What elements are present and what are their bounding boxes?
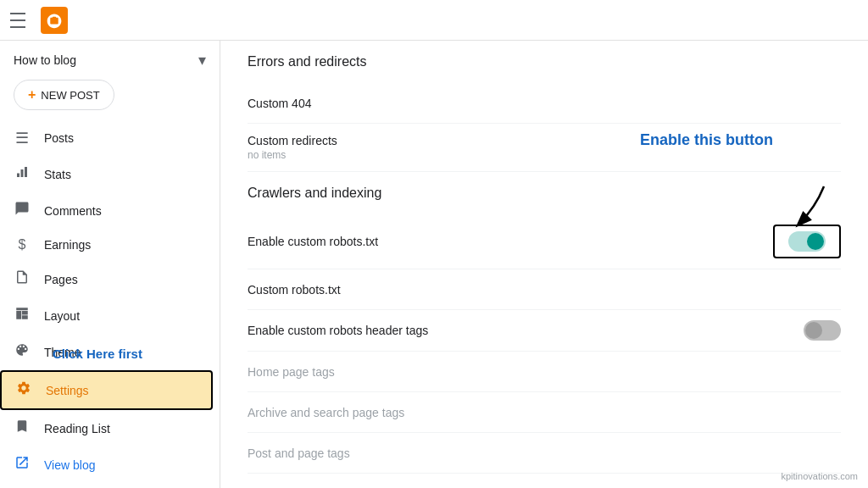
enable-robots-txt-row: Enable custom robots.txt Enable this but… — [248, 214, 841, 269]
chevron-down-icon[interactable]: ▾ — [198, 51, 206, 69]
new-post-label: NEW POST — [41, 89, 99, 102]
content-inner: Errors and redirects Custom 404 Custom r… — [220, 41, 868, 488]
menu-icon[interactable] — [10, 10, 31, 30]
sidebar-item-comments[interactable]: Comments — [0, 192, 213, 229]
sidebar-item-label: Posts — [44, 131, 74, 145]
custom-redirects-label: Custom redirects — [248, 134, 337, 147]
sidebar-item-label: Reading List — [44, 422, 110, 435]
theme-icon — [14, 342, 31, 362]
toggle-thumb — [807, 233, 824, 250]
sidebar-item-settings[interactable]: Settings — [0, 370, 213, 410]
blog-selector[interactable]: How to blog ▾ — [0, 41, 220, 76]
enable-robots-txt-toggle[interactable] — [788, 231, 826, 252]
custom-404-label: Custom 404 — [248, 97, 311, 110]
sidebar-item-label: View blog — [44, 458, 95, 472]
errors-redirects-title: Errors and redirects — [248, 54, 841, 69]
sidebar-item-label: Earnings — [44, 238, 91, 252]
sidebar-item-label: Comments — [44, 204, 102, 218]
custom-robots-txt-row[interactable]: Custom robots.txt — [248, 269, 841, 310]
sidebar-item-label: Layout — [44, 309, 80, 323]
sidebar-item-earnings[interactable]: $ Earnings — [0, 229, 213, 261]
reading-list-icon — [14, 419, 31, 438]
svg-rect-0 — [17, 174, 19, 178]
main-layout: How to blog ▾ + NEW POST ☰ Posts Stats C… — [0, 41, 868, 488]
home-page-tags-label: Home page tags — [248, 365, 335, 379]
no-items-label: no items — [248, 149, 337, 161]
stats-icon — [14, 164, 31, 184]
svg-rect-2 — [25, 167, 27, 177]
enable-annotation: Enable this button — [640, 131, 773, 149]
plus-icon: + — [28, 87, 36, 103]
toggle-thumb — [805, 322, 822, 339]
comments-icon — [14, 201, 31, 220]
pages-icon — [14, 269, 31, 289]
blogger-logo — [41, 7, 68, 34]
google-search-console-row[interactable]: Google Search Console — [248, 474, 841, 488]
sidebar: How to blog ▾ + NEW POST ☰ Posts Stats C… — [0, 41, 220, 488]
sidebar-item-view-blog[interactable]: View blog — [0, 446, 213, 483]
new-post-button[interactable]: + NEW POST — [14, 80, 114, 110]
layout-icon — [14, 306, 31, 325]
post-page-tags-label: Post and page tags — [248, 446, 350, 460]
blog-title: How to blog — [14, 53, 192, 67]
settings-icon — [15, 380, 32, 400]
sidebar-item-label: Theme — [44, 346, 81, 359]
sidebar-item-label: Stats — [44, 168, 71, 181]
enable-robots-header-label: Enable custom robots header tags — [248, 324, 428, 337]
posts-icon: ☰ — [14, 129, 31, 147]
custom-404-row[interactable]: Custom 404 — [248, 83, 841, 124]
sidebar-item-theme[interactable]: Theme — [0, 334, 213, 370]
top-bar — [0, 0, 868, 41]
sidebar-item-posts[interactable]: ☰ Posts — [0, 120, 213, 156]
archive-search-page-tags-label: Archive and search page tags — [248, 406, 404, 419]
sidebar-item-label: Pages — [44, 273, 78, 286]
custom-robots-txt-label: Custom robots.txt — [248, 283, 341, 297]
svg-rect-1 — [21, 169, 24, 177]
watermark: kpitinovations.com — [782, 471, 859, 481]
blogger-logo-svg — [46, 12, 63, 29]
sidebar-item-pages[interactable]: Pages — [0, 261, 213, 297]
crawlers-title: Crawlers and indexing — [248, 186, 841, 201]
sidebar-item-stats[interactable]: Stats — [0, 156, 213, 192]
enable-robots-header-toggle[interactable] — [804, 320, 841, 341]
enable-arrow — [782, 182, 832, 236]
enable-robots-header-row: Enable custom robots header tags — [248, 310, 841, 352]
home-page-tags-row[interactable]: Home page tags — [248, 352, 841, 392]
post-page-tags-row[interactable]: Post and page tags — [248, 433, 841, 474]
content-area: Errors and redirects Custom 404 Custom r… — [220, 41, 868, 488]
enable-robots-txt-label: Enable custom robots.txt — [248, 235, 378, 248]
earnings-icon: $ — [14, 237, 31, 252]
sidebar-item-layout[interactable]: Layout — [0, 297, 213, 334]
sidebar-item-label: Settings — [46, 384, 89, 397]
archive-search-page-tags-row[interactable]: Archive and search page tags — [248, 392, 841, 433]
external-link-icon — [14, 455, 31, 474]
sidebar-item-reading-list[interactable]: Reading List — [0, 410, 213, 446]
